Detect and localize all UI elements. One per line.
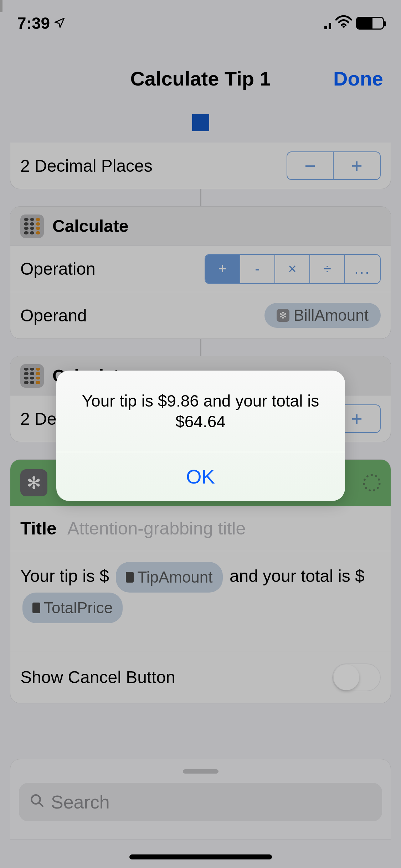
alert-message: Your tip is $9.86 and your total is $64.… xyxy=(56,371,345,452)
alert-ok-button[interactable]: OK xyxy=(56,452,345,501)
alert-dialog: Your tip is $9.86 and your total is $64.… xyxy=(56,371,345,501)
home-indicator[interactable] xyxy=(129,854,272,859)
